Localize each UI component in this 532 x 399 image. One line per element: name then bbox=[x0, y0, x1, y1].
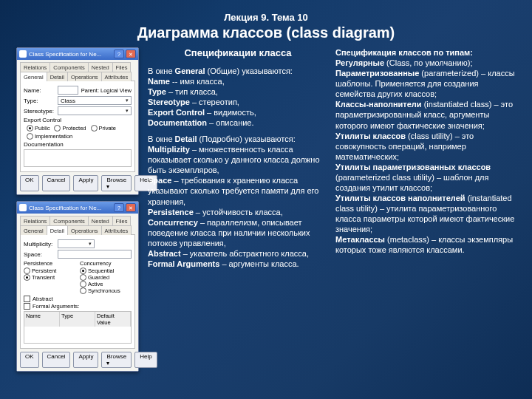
space-label: Space: bbox=[24, 251, 58, 258]
titlebar: Class Specification for Ne... ? ✕ bbox=[17, 48, 138, 60]
col-type: Type bbox=[60, 312, 95, 327]
apply-button[interactable]: Apply bbox=[73, 175, 98, 191]
lecture-label: Лекция 9. Тема 10 bbox=[16, 12, 516, 23]
tab-nested[interactable]: Nested bbox=[88, 216, 113, 225]
tab-content: Multiplicity: ▾ Space: Persistence Persi… bbox=[20, 234, 135, 349]
window-title: Class Specification for Ne... bbox=[29, 51, 114, 58]
concurrency-label: Concurrency bbox=[80, 260, 132, 267]
cancel-button[interactable]: Cancel bbox=[42, 175, 71, 191]
columns: Class Specification for Ne... ? ✕ Relati… bbox=[16, 47, 516, 372]
documentation-label: Documentation bbox=[24, 141, 132, 148]
titlebar: Class Specification for Ne... ? ✕ bbox=[17, 202, 138, 214]
radio-guarded[interactable]: Guarded bbox=[80, 274, 132, 281]
dialog-detail: Class Specification for Ne... ? ✕ Relati… bbox=[16, 201, 139, 372]
checkbox-formal-arguments[interactable]: Formal Arguments: bbox=[24, 303, 132, 310]
cancel-button[interactable]: Cancel bbox=[42, 352, 71, 368]
help-button[interactable]: ? bbox=[114, 50, 124, 58]
radio-transient[interactable]: Transient bbox=[24, 274, 75, 281]
tab-nested[interactable]: Nested bbox=[88, 62, 113, 72]
col-name: Name bbox=[24, 312, 60, 327]
button-row: OK Cancel Apply Browse ▾ Help bbox=[20, 175, 135, 191]
checkbox-abstract[interactable]: Abstract bbox=[24, 296, 132, 302]
tab-detail[interactable]: Detail bbox=[47, 72, 68, 81]
formal-arguments-table[interactable]: Name Type Default Value bbox=[24, 311, 132, 344]
stereotype-label: Stereotype: bbox=[24, 108, 58, 115]
multiplicity-label: Multiplicity: bbox=[24, 241, 58, 248]
tab-relations[interactable]: Relations bbox=[20, 216, 50, 225]
tab-operations[interactable]: Operations bbox=[67, 72, 102, 81]
name-field[interactable] bbox=[58, 86, 78, 95]
app-icon bbox=[19, 204, 27, 211]
page-title: Диаграмма классов (class diagram) bbox=[16, 24, 516, 41]
browse-button[interactable]: Browse ▾ bbox=[101, 175, 132, 191]
apply-button[interactable]: Apply bbox=[73, 352, 98, 368]
tab-general[interactable]: General bbox=[20, 72, 47, 81]
space-field[interactable] bbox=[58, 250, 132, 259]
tab-content: Name: Parent: Logical View Type: Class▾ … bbox=[20, 81, 135, 172]
radio-public[interactable]: Public bbox=[27, 125, 50, 132]
tab-components[interactable]: Components bbox=[50, 216, 89, 225]
radio-persistent[interactable]: Persistent bbox=[24, 267, 75, 274]
col-default: Default Value bbox=[95, 312, 131, 327]
persistence-label: Persistence bbox=[24, 260, 75, 267]
right-column: Спецификация классов по типам: Регулярны… bbox=[335, 47, 516, 372]
ok-button[interactable]: OK bbox=[20, 175, 39, 191]
chevron-down-icon: ▾ bbox=[89, 241, 92, 247]
tab-files[interactable]: Files bbox=[112, 62, 132, 72]
types-paragraph: Спецификация классов по типам: Регулярны… bbox=[335, 47, 516, 256]
dialog-body: Relations Components Nested Files Genera… bbox=[17, 214, 138, 371]
tab-components[interactable]: Components bbox=[50, 62, 89, 72]
radio-private[interactable]: Private bbox=[91, 125, 116, 132]
tab-files[interactable]: Files bbox=[112, 216, 132, 225]
slide: Лекция 9. Тема 10 Диаграмма классов (cla… bbox=[0, 0, 532, 399]
export-control-group: Public Protected Private Implementation bbox=[27, 125, 132, 140]
dialog-body: Relations Components Nested Files Genera… bbox=[17, 60, 138, 194]
parent-label: Parent: bbox=[81, 87, 99, 94]
stereotype-select[interactable]: ▾ bbox=[58, 106, 132, 115]
parent-value: Logical View bbox=[100, 87, 132, 94]
window-title: Class Specification for Ne... bbox=[29, 205, 114, 211]
left-column: Class Specification for Ne... ? ✕ Relati… bbox=[16, 47, 140, 372]
radio-synchronous[interactable]: Synchronous bbox=[80, 287, 132, 294]
help-button[interactable]: ? bbox=[114, 203, 124, 212]
radio-implementation[interactable]: Implementation bbox=[27, 133, 72, 140]
tab-general[interactable]: General bbox=[20, 225, 47, 235]
app-icon bbox=[19, 50, 27, 58]
multiplicity-select[interactable]: ▾ bbox=[58, 239, 95, 248]
close-button[interactable]: ✕ bbox=[126, 50, 136, 58]
section-heading: Спецификации класса bbox=[148, 47, 328, 60]
name-label: Name: bbox=[24, 87, 58, 94]
documentation-textarea[interactable] bbox=[24, 149, 132, 167]
tab-attributes[interactable]: Attributes bbox=[101, 225, 132, 235]
detail-paragraph: В окне Detail (Подробно) указываются: Mu… bbox=[148, 134, 328, 269]
close-button[interactable]: ✕ bbox=[126, 203, 136, 212]
ok-button[interactable]: OK bbox=[20, 352, 39, 368]
tab-detail[interactable]: Detail bbox=[47, 225, 68, 235]
chevron-down-icon: ▾ bbox=[126, 108, 129, 114]
tab-operations[interactable]: Operations bbox=[67, 225, 102, 235]
middle-column: Спецификации класса В окне General (Общи… bbox=[148, 47, 328, 372]
tab-attributes[interactable]: Attributes bbox=[101, 72, 132, 81]
export-control-label: Export Control bbox=[24, 117, 132, 123]
browse-button[interactable]: Browse ▾ bbox=[101, 352, 132, 368]
dialog-general: Class Specification for Ne... ? ✕ Relati… bbox=[16, 47, 139, 195]
radio-sequential[interactable]: Sequential bbox=[80, 267, 132, 274]
type-label: Type: bbox=[24, 98, 58, 104]
radio-protected[interactable]: Protected bbox=[54, 125, 86, 132]
tab-relations[interactable]: Relations bbox=[20, 62, 50, 72]
radio-active[interactable]: Active bbox=[80, 281, 132, 287]
type-select[interactable]: Class▾ bbox=[58, 96, 132, 105]
general-paragraph: В окне General (Общие) указываются: Name… bbox=[148, 66, 328, 128]
chevron-down-icon: ▾ bbox=[126, 98, 129, 103]
button-row: OK Cancel Apply Browse ▾ Help bbox=[20, 352, 135, 368]
